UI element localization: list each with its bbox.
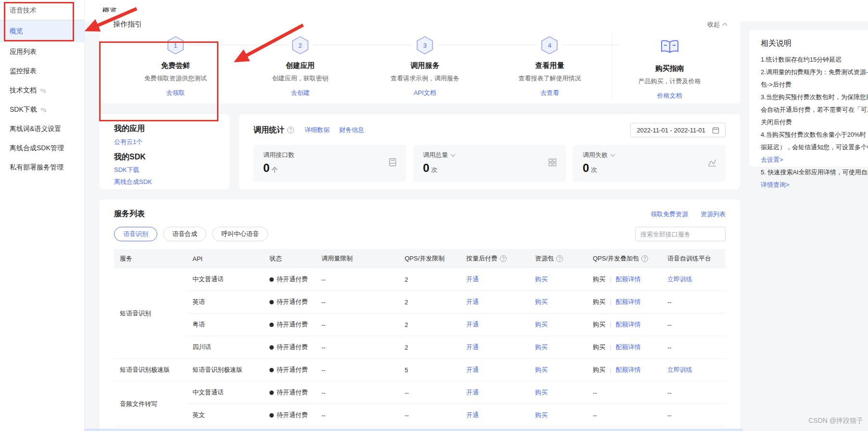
addon-buy-label: 购买 bbox=[593, 298, 605, 305]
finance-info-link[interactable]: 财务信息 bbox=[339, 126, 364, 134]
quota-detail-link[interactable]: 配额详情 bbox=[615, 343, 640, 351]
notes-title: 相关说明 bbox=[761, 39, 868, 49]
detail-query-link[interactable]: 详情查询> bbox=[761, 181, 790, 188]
col-call-limit: 调用量限制 bbox=[316, 249, 399, 268]
service-list-card: 服务列表 领取免费资源 资源列表 语音识别 语音合成 呼叫中心语音 bbox=[100, 199, 740, 431]
buy-package-link[interactable]: 购买 bbox=[535, 298, 548, 305]
buy-package-link[interactable]: 购买 bbox=[535, 389, 548, 396]
train-now-link[interactable]: 立即训练 bbox=[667, 366, 692, 373]
service-group: 短语音识别 bbox=[114, 268, 187, 359]
sidebar-item-private-deploy[interactable]: 私有部署服务管理 bbox=[0, 158, 84, 177]
open-postpaid-link[interactable]: 开通 bbox=[466, 366, 479, 373]
service-list-title: 服务列表 bbox=[114, 209, 145, 219]
claim-free-resource-link[interactable]: 领取免费资源 bbox=[651, 210, 688, 219]
open-postpaid-link[interactable]: 开通 bbox=[466, 389, 479, 396]
open-postpaid-link[interactable]: 开通 bbox=[466, 343, 479, 351]
bottom-highlight-strip bbox=[85, 429, 743, 431]
buy-package-link[interactable]: 购买 bbox=[535, 321, 548, 328]
sidebar-item-offline-tts-sdk[interactable]: 离线合成SDK管理 bbox=[0, 139, 84, 158]
status-badge: 待开通付费 bbox=[277, 411, 308, 418]
col-qps-limit: QPS/并发限制 bbox=[399, 249, 460, 268]
guide-purchase-section: 购买指南 产品购买，计费及价格 价格文档 bbox=[612, 34, 727, 100]
status-dot bbox=[269, 368, 274, 372]
guide-step-call-service: 3 调用服务 查看请求示例，调用服务 API文档 bbox=[363, 34, 487, 100]
main-area: 概览 操作指引 收起 1 bbox=[85, 0, 868, 431]
status-badge: 待开通付费 bbox=[277, 366, 308, 373]
tab-call-center-speech[interactable]: 呼叫中心语音 bbox=[212, 227, 268, 241]
stat-total-calls: 调用总量 0次 bbox=[413, 145, 566, 182]
detail-data-link[interactable]: 详细数据 bbox=[305, 126, 330, 134]
buy-package-link[interactable]: 购买 bbox=[535, 275, 548, 283]
related-notes-panel: 相关说明 1.统计数据存在约15分钟延迟 2.调用量的扣费顺序为：免费测试资源-… bbox=[749, 30, 868, 167]
step-badge: 2 bbox=[292, 36, 309, 55]
help-icon[interactable]: ? bbox=[556, 255, 563, 262]
col-api: API bbox=[187, 249, 264, 268]
stat-value: 0 bbox=[423, 161, 429, 174]
chevron-down-icon[interactable] bbox=[611, 152, 615, 157]
buy-package-link[interactable]: 购买 bbox=[535, 411, 548, 418]
sidebar-item-label: 应用列表 bbox=[10, 48, 37, 56]
help-icon[interactable]: ? bbox=[641, 255, 648, 262]
sidebar-item-label: 监控报表 bbox=[10, 67, 37, 76]
help-icon[interactable]: ? bbox=[287, 127, 294, 133]
train-now-link[interactable]: 立即训练 bbox=[667, 275, 692, 283]
sidebar-item-sdk-download[interactable]: SDK下载 bbox=[0, 100, 84, 119]
chevron-down-icon[interactable] bbox=[451, 152, 456, 157]
addon-buy-label: 购买 bbox=[593, 366, 605, 373]
col-service: 服务 bbox=[114, 249, 187, 268]
view-usage-link[interactable]: 去查看 bbox=[540, 89, 559, 97]
col-status: 状态 bbox=[264, 249, 316, 268]
tab-speech-recognition[interactable]: 语音识别 bbox=[114, 227, 157, 241]
watermark: CSDN @摔跤猫子 bbox=[808, 417, 863, 425]
open-postpaid-link[interactable]: 开通 bbox=[466, 275, 479, 283]
resource-list-link[interactable]: 资源列表 bbox=[701, 210, 726, 219]
search-input[interactable] bbox=[640, 231, 725, 238]
table-row: 音频文件转写 中文普通话 待开通付费 -- -- 开通 购买 -- -- bbox=[114, 381, 726, 404]
status-badge: 待开通付费 bbox=[277, 298, 308, 305]
sidebar-item-app-list[interactable]: 应用列表 bbox=[0, 42, 84, 62]
service-search-box bbox=[635, 227, 726, 241]
price-doc-link[interactable]: 价格文档 bbox=[657, 91, 682, 100]
open-postpaid-link[interactable]: 开通 bbox=[466, 321, 479, 328]
addon-buy-label: 购买 bbox=[593, 275, 605, 283]
product-title: 语音技术 bbox=[0, 0, 84, 20]
quota-detail-link[interactable]: 配额详情 bbox=[615, 366, 640, 373]
go-settings-link[interactable]: 去设置> bbox=[761, 156, 783, 163]
chevron-up-icon bbox=[723, 23, 728, 27]
sdk-download-link[interactable]: SDK下载 bbox=[114, 166, 215, 174]
guide-steps: 1 免费尝鲜 免费领取资源供您测试 去领取 2 创建应用 bbox=[113, 34, 612, 100]
tab-speech-synthesis[interactable]: 语音合成 bbox=[163, 227, 206, 241]
sidebar-item-overview[interactable]: 概览 bbox=[0, 20, 84, 42]
guide-card: 操作指引 收起 1 免费尝鲜 免 bbox=[100, 12, 740, 104]
table-row: 英语 待开通付费 -- 2 开通 购买 购买|配额详情 -- bbox=[114, 291, 726, 313]
buy-package-link[interactable]: 购买 bbox=[535, 343, 548, 351]
step-badge: 4 bbox=[541, 36, 558, 55]
date-range-picker[interactable]: 2022-11-01 - 2022-11-01 bbox=[630, 123, 726, 137]
collapse-button[interactable]: 收起 bbox=[707, 20, 727, 29]
sidebar-item-tech-docs[interactable]: 技术文档 bbox=[0, 81, 84, 100]
quota-detail-link[interactable]: 配额详情 bbox=[615, 321, 640, 328]
sidebar-item-monitor-report[interactable]: 监控报表 bbox=[0, 62, 84, 81]
call-stats-card: 调用统计 ? 详细数据 财务信息 2022-11-01 - 2022-11-01 bbox=[239, 114, 740, 189]
offline-tts-sdk-link[interactable]: 离线合成SDK bbox=[114, 178, 215, 186]
sidebar: 语音技术 概览 应用列表 监控报表 技术文档 SDK下载 离线词&语义设置 离线… bbox=[0, 0, 85, 431]
quota-detail-link[interactable]: 配额详情 bbox=[615, 298, 640, 305]
col-qps-addon: QPS/并发叠加包? bbox=[587, 249, 662, 268]
content: 操作指引 收起 1 免费尝鲜 免 bbox=[100, 12, 740, 431]
service-group: 短语音识别极速版 bbox=[114, 359, 187, 381]
help-icon[interactable]: ? bbox=[500, 255, 507, 262]
create-app-link[interactable]: 去创建 bbox=[291, 89, 309, 97]
public-cloud-apps-link[interactable]: 公有云1个 bbox=[114, 138, 142, 146]
api-doc-link[interactable]: API文档 bbox=[414, 89, 436, 97]
sidebar-item-offline-words[interactable]: 离线词&语义设置 bbox=[0, 119, 84, 139]
sidebar-item-label: 技术文档 bbox=[10, 86, 37, 95]
claim-free-link[interactable]: 去领取 bbox=[166, 89, 185, 97]
col-self-train: 语音自训练平台 bbox=[662, 249, 726, 268]
open-postpaid-link[interactable]: 开通 bbox=[466, 298, 479, 305]
external-link-icon bbox=[40, 88, 46, 94]
quota-detail-link[interactable]: 配额详情 bbox=[615, 275, 640, 283]
open-postpaid-link[interactable]: 开通 bbox=[466, 411, 479, 418]
buy-package-link[interactable]: 购买 bbox=[535, 366, 548, 373]
table-row: 粤语 待开通付费 -- 2 开通 购买 购买|配额详情 -- bbox=[114, 313, 726, 336]
calculator-icon bbox=[388, 157, 397, 169]
